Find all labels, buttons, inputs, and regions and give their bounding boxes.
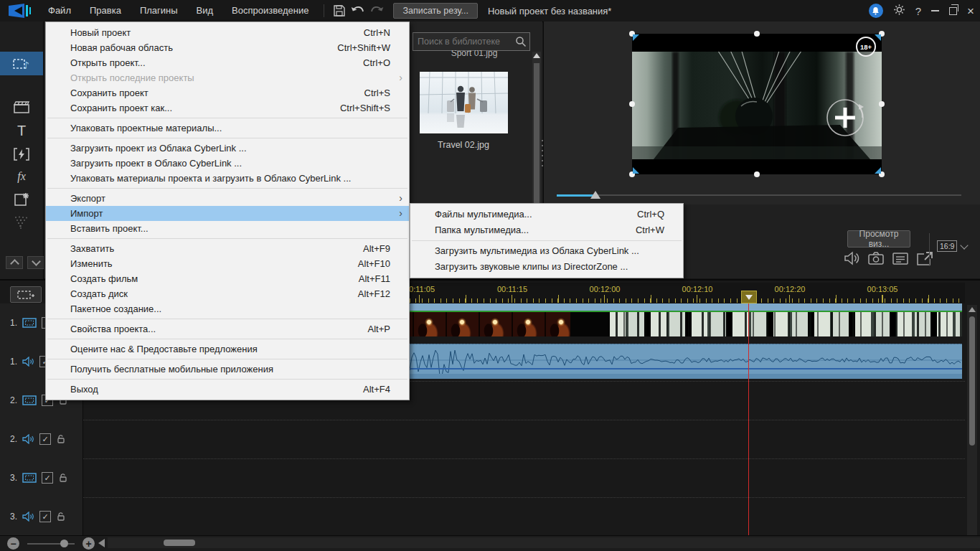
help-icon[interactable]: ? — [915, 5, 921, 17]
timeline-horizontal-scrollbar[interactable] — [108, 537, 980, 548]
settings-gear-icon[interactable] — [893, 4, 905, 19]
timeline-scroll-up-icon[interactable] — [969, 307, 976, 312]
menubar-item-file[interactable]: Файл — [39, 0, 80, 22]
menu-separator — [47, 118, 407, 118]
toolbar-divider — [324, 4, 324, 17]
horizontal-scrollbar-thumb[interactable] — [164, 540, 195, 546]
resize-handle-mid-left[interactable] — [629, 101, 635, 107]
sidebar-item-particle-room[interactable] — [0, 210, 43, 234]
produce-button[interactable]: Записать резу... — [393, 3, 478, 19]
sidebar-scroll-up-button[interactable] — [6, 256, 23, 269]
zoom-slider-handle[interactable] — [60, 540, 68, 547]
snapshot-camera-icon[interactable] — [868, 252, 884, 268]
sidebar-item-plugin-room[interactable] — [0, 95, 43, 119]
preview-seek-handle[interactable] — [590, 191, 600, 199]
track-enable-checkbox[interactable]: ✓ — [39, 511, 51, 522]
aspect-ratio-selector[interactable]: 16:9 — [937, 240, 967, 252]
menubar-item-playback[interactable]: Воспроизведение — [222, 0, 318, 22]
submenu-item-download-audio-directorzone[interactable]: Загрузить звуковые клипы из DirectorZone… — [410, 259, 683, 275]
search-icon[interactable] — [515, 36, 527, 47]
media-info-icon[interactable] — [892, 253, 908, 268]
menu-item-capture[interactable]: ЗахватитьAlt+F9 — [46, 241, 409, 256]
timeline-scrollbar-thumb[interactable] — [969, 316, 975, 446]
menu-item-save-project[interactable]: Сохранить проектCtrl+S — [46, 85, 409, 100]
notifications-icon[interactable] — [869, 4, 883, 18]
menu-item-open-project[interactable]: Открыть проект...Ctrl+O — [46, 55, 409, 70]
menu-item-batch-produce[interactable]: Пакетное создание... — [46, 301, 409, 316]
crop-corner-icon — [633, 167, 639, 174]
menu-item-import[interactable]: Импорт› — [46, 206, 409, 221]
rotate-handle-overlay[interactable] — [820, 93, 870, 143]
submenu-item-media-files[interactable]: Файлы мультимедиа...Ctrl+Q — [410, 207, 683, 222]
menu-item-new-project[interactable]: Новый проектCtrl+N — [46, 25, 409, 40]
redo-icon[interactable] — [367, 3, 386, 19]
menu-item-upload-to-cloud[interactable]: Загрузить проект в Облако CyberLink ... — [46, 156, 409, 171]
track-number: 2. — [10, 395, 17, 405]
undo-icon[interactable] — [349, 3, 367, 19]
video-clip-segment-3[interactable] — [610, 312, 962, 336]
sidebar-item-title-room[interactable]: T — [0, 119, 43, 143]
menu-item-project-properties[interactable]: Свойства проекта...Alt+P — [46, 321, 409, 336]
menu-item-pack-upload-cloud[interactable]: Упаковать материалы проекта и загрузить … — [46, 171, 409, 186]
sidebar-item-overlay-room[interactable] — [0, 187, 43, 211]
submenu-item-download-media-cloud[interactable]: Загрузить мультимедиа из Облака CyberLin… — [410, 243, 683, 259]
audio-track-icon — [22, 357, 34, 367]
menu-item-export[interactable]: Экспорт› — [46, 191, 409, 206]
sidebar-item-transition-room[interactable] — [0, 142, 43, 166]
volume-icon[interactable] — [844, 251, 859, 268]
resize-handle-mid-right[interactable] — [879, 101, 885, 107]
library-scroll-up-icon[interactable] — [533, 53, 540, 58]
sidebar-item-media-room[interactable]: ♪ — [0, 52, 43, 75]
menubar-item-plugins[interactable]: Плагины — [131, 0, 187, 22]
library-search-box[interactable] — [413, 32, 530, 51]
track-enable-checkbox[interactable]: ✓ — [39, 433, 51, 445]
track-manager-icon — [17, 290, 34, 300]
menu-item-rate-us[interactable]: Оцените нас & Предоставьте предложения — [46, 342, 409, 357]
sidebar-item-effect-room[interactable]: fx — [0, 164, 43, 188]
track-enable-checkbox[interactable]: ✓ — [42, 472, 53, 484]
menu-item-exit[interactable]: ВыходAlt+F4 — [46, 382, 409, 397]
playhead-marker[interactable] — [741, 291, 757, 303]
track-manager-button[interactable] — [10, 286, 42, 303]
track-lock-icon[interactable] — [58, 473, 68, 483]
video-clip-segment-2[interactable] — [570, 312, 610, 336]
library-search-input[interactable] — [413, 37, 515, 47]
menu-item-insert-project[interactable]: Вставить проект... — [46, 221, 409, 236]
track-header-audio-3[interactable]: 3. ✓ — [0, 497, 83, 536]
track-header-audio-2[interactable]: 2. ✓ — [0, 420, 83, 458]
minimize-icon[interactable] — [931, 10, 939, 11]
library-item-thumbnail[interactable] — [420, 72, 508, 133]
close-icon[interactable]: × — [967, 5, 974, 17]
submenu-arrow-icon: › — [399, 206, 402, 221]
menu-item-edit[interactable]: ИзменитьAlt+F10 — [46, 256, 409, 271]
menu-item-download-from-cloud[interactable]: Загрузить проект из Облака CyberLink ... — [46, 141, 409, 156]
track-lock-icon[interactable] — [56, 512, 66, 522]
submenu-item-media-folder[interactable]: Папка мультимедиа...Ctrl+W — [410, 222, 683, 238]
menu-item-new-workspace[interactable]: Новая рабочая областьCtrl+Shift+W — [46, 40, 409, 55]
menu-item-open-recent[interactable]: Открыть последние проекты› — [46, 70, 409, 85]
zoom-out-button[interactable]: − — [7, 537, 19, 550]
track-divider — [0, 420, 965, 420]
menu-item-get-mobile-apps[interactable]: Получить бесплатные мобильные приложения — [46, 362, 409, 377]
zoom-in-button[interactable]: + — [83, 537, 95, 550]
timeline-vertical-scrollbar[interactable] — [967, 305, 977, 536]
menubar-item-view[interactable]: Вид — [187, 0, 223, 22]
menu-item-save-project-as[interactable]: Сохранить проект как...Ctrl+Shift+S — [46, 100, 409, 116]
library-item-clipped[interactable]: Sport 01.jpg — [431, 50, 517, 58]
track-header-video-3[interactable]: 3. ✓ — [0, 458, 83, 497]
track-lock-icon[interactable] — [56, 434, 66, 444]
resize-handle-bottom-center[interactable] — [754, 171, 760, 177]
menubar-item-edit[interactable]: Правка — [80, 0, 131, 22]
preview-seek-bar[interactable] — [557, 194, 961, 196]
preview-video-object[interactable]: 18+ — [632, 34, 882, 174]
menu-item-pack-project[interactable]: Упаковать проектные материалы... — [46, 121, 409, 136]
restore-icon[interactable] — [949, 7, 957, 15]
scroll-left-icon[interactable] — [98, 539, 105, 547]
menu-item-create-disc[interactable]: Создать дискAlt+F12 — [46, 286, 409, 301]
sidebar-scroll-down-button[interactable] — [27, 256, 44, 269]
save-icon[interactable] — [330, 3, 349, 19]
menu-item-produce-movie[interactable]: Создать фильмAlt+F11 — [46, 271, 409, 286]
render-preview-button[interactable]: Просмотр виз... — [847, 230, 910, 248]
resize-handle-top-center[interactable] — [754, 31, 760, 37]
undock-preview-icon[interactable] — [917, 252, 933, 268]
